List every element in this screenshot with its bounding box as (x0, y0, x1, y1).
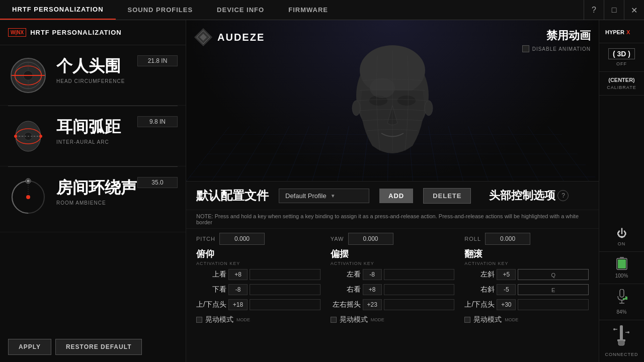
roll-activation-label: ACTIVATION KEY (464, 261, 589, 266)
restore-default-button[interactable]: RESTORE DEFAULT (55, 339, 142, 355)
lookup-key[interactable] (250, 269, 320, 280)
lookright-key[interactable] (384, 284, 455, 295)
yaw-shake-row2: 左右摇头 +23 (331, 298, 455, 311)
disable-anim-row: DISABLE ANIMATION (522, 45, 591, 52)
pitch-nod-row: 上/下点头 +18 (196, 298, 320, 311)
close-icon[interactable]: ✕ (624, 0, 644, 20)
svg-rect-35 (623, 298, 625, 300)
help-icon[interactable]: ? (584, 0, 604, 20)
pitch-activation-label: ACTIVATION KEY (196, 261, 320, 266)
headshake-key[interactable] (384, 299, 455, 310)
tab-sound-profiles[interactable]: SOUND PROFILES (116, 0, 205, 20)
yaw-label-zh: 偏摆 (331, 248, 455, 260)
lookleft-value: -8 (363, 269, 382, 280)
restore-window-icon[interactable]: □ (604, 0, 624, 20)
roll-nod-key[interactable] (518, 299, 589, 310)
roll-header: ROLL (464, 233, 589, 245)
pitch-label-en: PITCH (196, 236, 215, 242)
roll-label-en: ROLL (464, 236, 481, 242)
profile-title: 默认配置文件 (196, 188, 269, 204)
tiltleft-label: 左斜 (464, 270, 495, 279)
svg-rect-36 (625, 297, 627, 300)
svg-point-25 (425, 101, 433, 116)
tiltright-label: 右斜 (464, 285, 495, 294)
tiltright-key[interactable]: E (518, 284, 589, 295)
nod-key[interactable] (250, 299, 320, 310)
top-nav: HRTF PERSONALIZATION SOUND PROFILES DEVI… (0, 0, 644, 20)
lookup-label: 上看 (196, 270, 226, 279)
pitch-shake-en: MODE (236, 317, 250, 322)
calibrate-sub-label: CALIBRATE (607, 85, 636, 90)
roll-value-input[interactable] (485, 233, 530, 245)
usb-svg (613, 325, 629, 346)
calibrate-button[interactable]: (CENTER) CALIBRATE (599, 72, 644, 96)
tiltright-value: -5 (497, 284, 516, 295)
connected-label: CONNECTED (605, 352, 638, 357)
lookdown-key[interactable] (250, 284, 320, 295)
roll-shake-checkbox[interactable] (464, 317, 470, 323)
svg-point-26 (370, 78, 395, 98)
pitch-value-input[interactable] (219, 233, 265, 245)
room-ambience-value[interactable]: 35.0 (137, 177, 178, 188)
yaw-column: YAW 偏摆 ACTIVATION KEY 左看 -8 右看 +8 (331, 233, 455, 324)
yaw-lookleft-row: 左看 -8 (331, 268, 455, 281)
disable-animation-control: 禁用动画 DISABLE ANIMATION (522, 28, 591, 52)
svg-rect-31 (618, 259, 626, 268)
roll-nod-label: 上/下点头 (464, 300, 495, 309)
mic-svg (616, 289, 628, 305)
disable-anim-label-en: DISABLE ANIMATION (532, 46, 591, 52)
lookleft-key[interactable] (384, 269, 455, 280)
svg-point-45 (627, 331, 629, 333)
pitch-label-zh: 俯仰 (196, 248, 320, 260)
head-control-group: 头部控制选项 ? (485, 188, 569, 203)
tiltleft-value: +5 (497, 269, 516, 280)
yaw-value-input[interactable] (348, 233, 393, 245)
delete-button[interactable]: DELETE (423, 188, 471, 204)
3d-label: ( 3D ) (608, 48, 635, 59)
add-button[interactable]: ADD (379, 189, 413, 203)
battery-svg (616, 257, 628, 271)
main-content: W|NX HRTF PERSONALIZATION (0, 20, 644, 362)
audeze-brand: AUDEZE (194, 28, 265, 46)
svg-rect-41 (618, 340, 624, 345)
yaw-shake-checkbox[interactable] (331, 317, 337, 323)
roll-tiltright-row: 右斜 -5 E (464, 283, 589, 296)
svg-point-11 (39, 135, 42, 138)
pitch-header: PITCH (196, 233, 320, 245)
room-ambience-item: 房间环绕声 ROOM AMBIENCE 35.0 (0, 167, 186, 232)
roll-nod-row: 上/下点头 +30 (464, 298, 589, 311)
head-circumference-en: HEAD CIRCUMFERENCE (56, 78, 178, 84)
inter-aural-value[interactable]: 9.8 IN (137, 116, 178, 127)
center-label: (CENTER) (608, 77, 635, 83)
power-icon: ⏻ (617, 228, 627, 239)
power-button[interactable]: ⏻ ON (599, 223, 644, 252)
battery-pct-label: 100% (615, 273, 628, 279)
3d-toggle-button[interactable]: ( 3D ) OFF (599, 43, 644, 72)
roll-shake-row: 晃动模式 MODE (464, 315, 589, 324)
svg-point-10 (14, 135, 17, 138)
pitch-shake-checkbox[interactable] (196, 317, 202, 323)
controls-area: PITCH 俯仰 ACTIVATION KEY 上看 +8 (186, 229, 599, 330)
roll-shake-en: MODE (505, 317, 518, 322)
tab-firmware[interactable]: FIRMWARE (276, 0, 340, 20)
profile-dropdown[interactable]: Default Profile ▼ (279, 189, 369, 203)
mic-pct-label: 84% (616, 309, 626, 315)
audeze-icon (194, 28, 212, 46)
dropdown-arrow-icon: ▼ (331, 193, 336, 199)
mic-icon (616, 289, 628, 307)
apply-button[interactable]: APPLY (8, 339, 51, 355)
tiltleft-key[interactable]: Q (518, 269, 589, 280)
disable-anim-checkbox[interactable] (522, 45, 529, 52)
lookright-value: +8 (363, 284, 382, 295)
svg-rect-32 (620, 289, 624, 297)
left-sidebar: W|NX HRTF PERSONALIZATION (0, 20, 186, 362)
lookdown-label: 下看 (196, 285, 226, 294)
lookleft-label: 左看 (331, 270, 361, 279)
help-button[interactable]: ? (557, 190, 569, 201)
window-controls: ? □ ✕ (584, 0, 644, 20)
head-circumference-value[interactable]: 21.8 IN (137, 55, 178, 66)
face-3d-model (347, 40, 438, 161)
center-panel: AUDEZE 禁用动画 DISABLE ANIMATION (186, 20, 599, 362)
tab-hrtf[interactable]: HRTF PERSONALIZATION (0, 0, 116, 20)
tab-device-info[interactable]: DEVICE INFO (205, 0, 276, 20)
